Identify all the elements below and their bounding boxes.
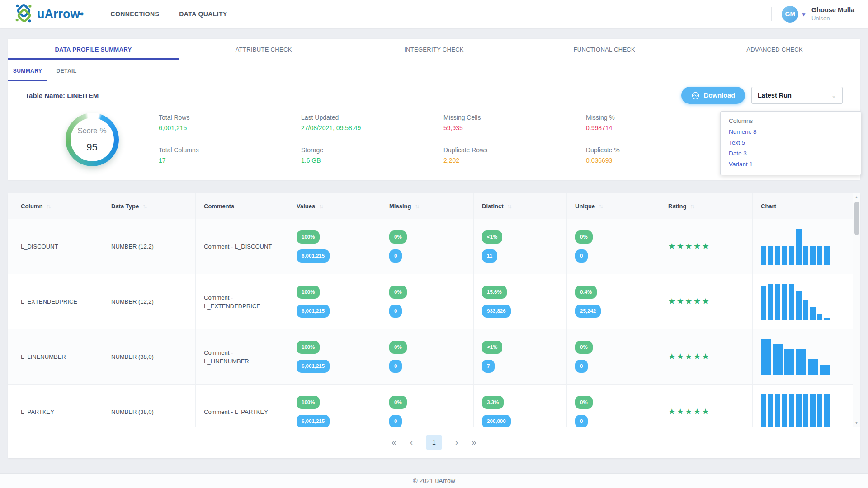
- distinct-count-badge: 11: [482, 249, 497, 263]
- pagination: « ‹ 1 › »: [8, 427, 860, 458]
- popup-item-text[interactable]: Text 5: [729, 139, 853, 146]
- cell-rating: ★★★★★: [660, 274, 753, 329]
- first-page-button[interactable]: «: [392, 437, 396, 447]
- sort-icon[interactable]: ↑↓: [319, 202, 322, 210]
- popup-item-numeric[interactable]: Numeric 8: [729, 128, 853, 135]
- scroll-down-icon[interactable]: ▼: [855, 419, 859, 427]
- download-button[interactable]: Download: [681, 87, 745, 104]
- table-row: L_EXTENDEDPRICE NUMBER (12,2) Comment - …: [8, 274, 853, 329]
- profile-stats: Score % 95 Total Rows 6,001,215 Last Upd…: [8, 109, 860, 180]
- summary-card: DATA PROFILE SUMMARY ATTRIBUTE CHECK INT…: [8, 39, 860, 180]
- distinct-pct-badge: <1%: [482, 230, 502, 244]
- header-values: Values↑↓: [288, 193, 381, 219]
- cell-unique: 0.4% 25,242: [567, 274, 660, 329]
- nav-link-connections[interactable]: CONNECTIONS: [111, 10, 160, 18]
- prev-page-button[interactable]: ‹: [410, 437, 413, 447]
- cell-values: 100% 6,001,215: [288, 329, 381, 384]
- sort-icon[interactable]: ↑↓: [599, 202, 602, 210]
- stat-missing-pct: Missing % 0.998714: [586, 114, 728, 131]
- nav-link-data-quality[interactable]: DATA QUALITY: [179, 10, 227, 18]
- rating-stars: ★★★★★: [668, 352, 710, 361]
- values-count-badge: 6,001,215: [297, 305, 330, 318]
- columns-dropdown-panel: Columns Numeric 8 Text 5 Date 3 Variant …: [720, 111, 861, 175]
- check-tabs: DATA PROFILE SUMMARY ATTRIBUTE CHECK INT…: [8, 39, 860, 60]
- copyright-text: © 2021 uArrow: [413, 477, 455, 484]
- sort-icon[interactable]: ↑↓: [46, 202, 50, 210]
- cell-column: L_DISCOUNT: [8, 219, 103, 274]
- rating-stars: ★★★★★: [668, 297, 710, 306]
- tab-functional-check[interactable]: FUNCTIONAL CHECK: [519, 39, 689, 60]
- cell-distinct: 15.6% 933,826: [474, 274, 567, 329]
- cell-rating: ★★★★★: [660, 385, 753, 427]
- vertical-scrollbar[interactable]: ▲ ▼: [853, 193, 860, 427]
- table-header-row: Column↑↓ Data Type↑↓ Comments Values↑↓ M…: [8, 193, 853, 219]
- stat-missing-cells: Missing Cells 59,935: [443, 114, 586, 131]
- summary-subtabs: SUMMARY DETAIL: [8, 60, 860, 81]
- cell-comments: Comment - L_EXTENDEDPRICE: [196, 274, 288, 329]
- distinct-pct-badge: <1%: [482, 341, 502, 354]
- table-row: L_PARTKEY NUMBER (38,0) Comment - L_PART…: [8, 384, 853, 427]
- values-count-badge: 6,001,215: [297, 415, 330, 427]
- cell-chart: [753, 385, 853, 427]
- histogram-chart: [761, 394, 830, 427]
- header-unique: Unique↑↓: [567, 193, 660, 219]
- tab-data-profile-summary[interactable]: DATA PROFILE SUMMARY: [8, 39, 179, 60]
- current-page-button[interactable]: 1: [426, 435, 442, 450]
- stat-total-columns: Total Columns 17: [159, 146, 301, 164]
- distinct-pct-badge: 15.6%: [482, 286, 507, 299]
- table-scroll-area: Column↑↓ Data Type↑↓ Comments Values↑↓ M…: [8, 193, 860, 427]
- user-menu-chevron-icon[interactable]: ▾: [802, 11, 805, 18]
- unique-count-badge: 0: [575, 249, 588, 263]
- cell-comments: Comment - L_PARTKEY: [196, 385, 288, 427]
- last-page-button[interactable]: »: [472, 437, 476, 447]
- scroll-up-icon[interactable]: ▲: [855, 193, 859, 201]
- cell-column: L_EXTENDEDPRICE: [8, 274, 103, 329]
- rating-stars: ★★★★★: [668, 242, 710, 251]
- brand-logo[interactable]: uArrow ⇒: [14, 3, 83, 25]
- cell-column: L_PARTKEY: [8, 385, 103, 427]
- subtab-detail[interactable]: DETAIL: [47, 60, 86, 81]
- cell-unique: 0% 0: [567, 219, 660, 274]
- histogram-chart: [761, 229, 830, 265]
- brand-name: uArrow: [37, 7, 80, 21]
- run-select[interactable]: Latest Run ⌄: [751, 87, 843, 104]
- cell-unique: 0% 0: [567, 385, 660, 427]
- nav-divider: [771, 7, 772, 21]
- stat-storage: Storage 1.6 GB: [301, 146, 443, 164]
- subtab-summary[interactable]: SUMMARY: [8, 60, 47, 81]
- next-page-button[interactable]: ›: [455, 437, 458, 447]
- header-chart: Chart: [753, 193, 853, 219]
- logo-arrow-icon: ⇒: [77, 9, 84, 19]
- missing-count-badge: 0: [389, 415, 402, 427]
- sort-icon[interactable]: ↑↓: [142, 202, 146, 210]
- tab-attribute-check[interactable]: ATTRIBUTE CHECK: [179, 39, 349, 60]
- cell-values: 100% 6,001,215: [288, 219, 381, 274]
- user-avatar[interactable]: GM: [782, 6, 798, 23]
- unique-pct-badge: 0.4%: [575, 286, 597, 299]
- header-rating: Rating↑↓: [660, 193, 753, 219]
- header-data-type: Data Type↑↓: [103, 193, 196, 219]
- table-name-title: Table Name: LINEITEM: [25, 92, 99, 99]
- rating-stars: ★★★★★: [668, 408, 710, 416]
- distinct-count-badge: 7: [482, 360, 495, 373]
- histogram-chart: [761, 339, 830, 375]
- cell-unique: 0% 0: [567, 329, 660, 384]
- values-pct-badge: 100%: [297, 341, 320, 354]
- tab-advanced-check[interactable]: ADVANCED CHECK: [689, 39, 860, 60]
- cell-comments: Comment - L_DISCOUNT: [196, 219, 288, 274]
- sort-icon[interactable]: ↑↓: [415, 202, 418, 210]
- cell-chart: [753, 219, 853, 274]
- popup-item-variant[interactable]: Variant 1: [729, 161, 853, 168]
- popup-item-date[interactable]: Date 3: [729, 150, 853, 157]
- header-column: Column↑↓: [8, 193, 103, 219]
- tab-integerity-check[interactable]: INTEGERITY CHECK: [349, 39, 519, 60]
- cell-chart: [753, 329, 853, 384]
- sort-icon[interactable]: ↑↓: [507, 202, 511, 210]
- top-navbar: uArrow ⇒ CONNECTIONS DATA QUALITY GM ▾ G…: [0, 0, 868, 28]
- cell-values: 100% 6,001,215: [288, 385, 381, 427]
- primary-nav: CONNECTIONS DATA QUALITY: [111, 10, 227, 18]
- sort-icon[interactable]: ↑↓: [690, 202, 693, 210]
- table-row: L_DISCOUNT NUMBER (12,2) Comment - L_DIS…: [8, 219, 853, 274]
- chevron-down-icon: ⌄: [831, 92, 836, 99]
- scrollbar-thumb[interactable]: [854, 202, 859, 235]
